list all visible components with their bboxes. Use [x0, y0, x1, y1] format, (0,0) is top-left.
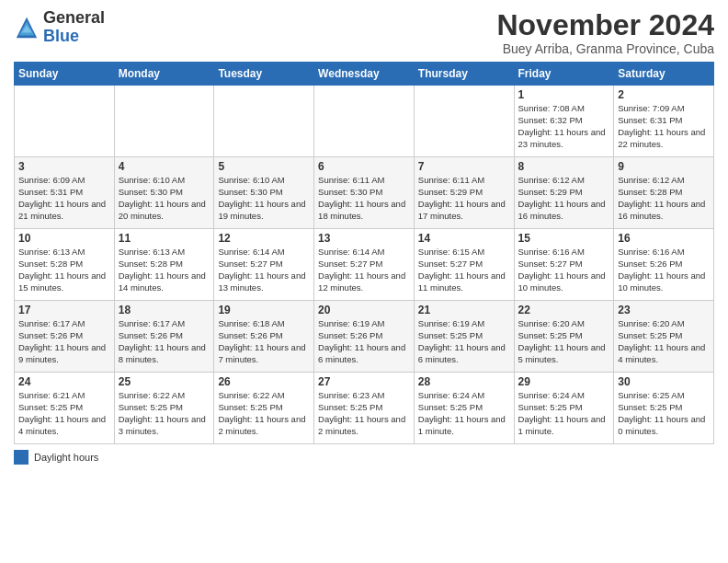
logo-blue: Blue: [43, 27, 79, 45]
day-cell: 10Sunrise: 6:13 AM Sunset: 5:28 PM Dayli…: [15, 229, 115, 301]
day-cell: [214, 86, 314, 157]
day-info: Sunrise: 6:17 AM Sunset: 5:26 PM Dayligh…: [119, 318, 210, 365]
day-cell: 26Sunrise: 6:22 AM Sunset: 5:25 PM Dayli…: [214, 373, 314, 444]
logo: General Blue: [14, 9, 105, 46]
day-info: Sunrise: 6:19 AM Sunset: 5:26 PM Dayligh…: [318, 318, 410, 365]
header: General Blue November 2024 Buey Arriba, …: [14, 9, 714, 56]
calendar-header: SundayMondayTuesdayWednesdayThursdayFrid…: [15, 63, 714, 86]
title-block: November 2024 Buey Arriba, Granma Provin…: [496, 9, 714, 56]
day-cell: 3Sunrise: 6:09 AM Sunset: 5:31 PM Daylig…: [15, 157, 115, 229]
day-cell: [314, 86, 415, 157]
week-row-1: 1Sunrise: 7:08 AM Sunset: 6:32 PM Daylig…: [15, 86, 714, 157]
day-info: Sunrise: 6:09 AM Sunset: 5:31 PM Dayligh…: [18, 175, 110, 222]
day-cell: 12Sunrise: 6:14 AM Sunset: 5:27 PM Dayli…: [214, 229, 314, 301]
day-info: Sunrise: 6:21 AM Sunset: 5:25 PM Dayligh…: [18, 390, 110, 437]
day-number: 20: [318, 304, 410, 316]
month-title: November 2024: [496, 9, 714, 41]
day-info: Sunrise: 6:24 AM Sunset: 5:25 PM Dayligh…: [418, 390, 510, 437]
col-thursday: Thursday: [414, 63, 514, 86]
day-number: 19: [218, 304, 310, 316]
calendar-table: SundayMondayTuesdayWednesdayThursdayFrid…: [14, 62, 714, 444]
day-info: Sunrise: 6:25 AM Sunset: 5:25 PM Dayligh…: [618, 390, 710, 437]
day-number: 30: [618, 375, 710, 388]
day-cell: 29Sunrise: 6:24 AM Sunset: 5:25 PM Dayli…: [514, 373, 614, 444]
day-cell: 11Sunrise: 6:13 AM Sunset: 5:28 PM Dayli…: [114, 229, 214, 301]
day-number: 14: [418, 232, 510, 245]
col-tuesday: Tuesday: [214, 63, 314, 86]
day-number: 25: [119, 375, 210, 388]
day-cell: 30Sunrise: 6:25 AM Sunset: 5:25 PM Dayli…: [614, 373, 714, 444]
day-info: Sunrise: 6:14 AM Sunset: 5:27 PM Dayligh…: [318, 247, 410, 293]
day-info: Sunrise: 6:22 AM Sunset: 5:25 PM Dayligh…: [218, 390, 310, 437]
day-cell: 4Sunrise: 6:10 AM Sunset: 5:30 PM Daylig…: [114, 157, 214, 229]
day-info: Sunrise: 6:23 AM Sunset: 5:25 PM Dayligh…: [318, 390, 410, 437]
col-sunday: Sunday: [15, 63, 115, 86]
daylight-label: Daylight hours: [34, 452, 98, 463]
day-info: Sunrise: 6:20 AM Sunset: 5:25 PM Dayligh…: [618, 318, 710, 365]
day-number: 1: [518, 88, 610, 101]
day-cell: 15Sunrise: 6:16 AM Sunset: 5:27 PM Dayli…: [514, 229, 614, 301]
day-number: 21: [418, 304, 510, 316]
day-number: 3: [18, 160, 110, 173]
header-row: SundayMondayTuesdayWednesdayThursdayFrid…: [15, 63, 714, 86]
day-info: Sunrise: 6:11 AM Sunset: 5:29 PM Dayligh…: [418, 175, 510, 222]
day-number: 5: [218, 160, 310, 173]
day-cell: 1Sunrise: 7:08 AM Sunset: 6:32 PM Daylig…: [514, 86, 614, 157]
day-cell: [114, 86, 214, 157]
day-number: 29: [518, 375, 610, 388]
day-cell: 13Sunrise: 6:14 AM Sunset: 5:27 PM Dayli…: [314, 229, 415, 301]
day-cell: 2Sunrise: 7:09 AM Sunset: 6:31 PM Daylig…: [614, 86, 714, 157]
day-cell: 24Sunrise: 6:21 AM Sunset: 5:25 PM Dayli…: [15, 373, 115, 444]
day-info: Sunrise: 6:12 AM Sunset: 5:29 PM Dayligh…: [518, 175, 610, 222]
col-wednesday: Wednesday: [314, 63, 415, 86]
day-cell: 21Sunrise: 6:19 AM Sunset: 5:25 PM Dayli…: [414, 301, 514, 373]
logo-text: General Blue: [43, 9, 105, 46]
day-cell: 16Sunrise: 6:16 AM Sunset: 5:26 PM Dayli…: [614, 229, 714, 301]
day-info: Sunrise: 6:20 AM Sunset: 5:25 PM Dayligh…: [518, 318, 610, 365]
day-number: 27: [318, 375, 410, 388]
day-cell: 18Sunrise: 6:17 AM Sunset: 5:26 PM Dayli…: [114, 301, 214, 373]
day-number: 9: [618, 160, 710, 173]
day-info: Sunrise: 6:16 AM Sunset: 5:27 PM Dayligh…: [518, 247, 610, 293]
col-monday: Monday: [114, 63, 214, 86]
day-cell: [15, 86, 115, 157]
day-cell: 23Sunrise: 6:20 AM Sunset: 5:25 PM Dayli…: [614, 301, 714, 373]
col-friday: Friday: [514, 63, 614, 86]
subtitle: Buey Arriba, Granma Province, Cuba: [496, 41, 714, 56]
day-number: 16: [618, 232, 710, 245]
col-saturday: Saturday: [614, 63, 714, 86]
calendar-body: 1Sunrise: 7:08 AM Sunset: 6:32 PM Daylig…: [15, 86, 714, 444]
footer: Daylight hours: [14, 450, 714, 465]
day-cell: 8Sunrise: 6:12 AM Sunset: 5:29 PM Daylig…: [514, 157, 614, 229]
logo-general: General: [43, 8, 105, 27]
day-cell: 27Sunrise: 6:23 AM Sunset: 5:25 PM Dayli…: [314, 373, 415, 444]
day-number: 23: [618, 304, 710, 316]
day-cell: 25Sunrise: 6:22 AM Sunset: 5:25 PM Dayli…: [114, 373, 214, 444]
logo-icon: [14, 15, 40, 40]
day-cell: 22Sunrise: 6:20 AM Sunset: 5:25 PM Dayli…: [514, 301, 614, 373]
day-cell: 9Sunrise: 6:12 AM Sunset: 5:28 PM Daylig…: [614, 157, 714, 229]
day-info: Sunrise: 6:13 AM Sunset: 5:28 PM Dayligh…: [119, 247, 210, 293]
day-cell: 28Sunrise: 6:24 AM Sunset: 5:25 PM Dayli…: [414, 373, 514, 444]
day-cell: 6Sunrise: 6:11 AM Sunset: 5:30 PM Daylig…: [314, 157, 415, 229]
day-info: Sunrise: 6:17 AM Sunset: 5:26 PM Dayligh…: [18, 318, 110, 365]
day-info: Sunrise: 6:22 AM Sunset: 5:25 PM Dayligh…: [119, 390, 210, 437]
day-info: Sunrise: 6:19 AM Sunset: 5:25 PM Dayligh…: [418, 318, 510, 365]
day-number: 11: [119, 232, 210, 245]
day-cell: 19Sunrise: 6:18 AM Sunset: 5:26 PM Dayli…: [214, 301, 314, 373]
day-number: 4: [119, 160, 210, 173]
day-number: 17: [18, 304, 110, 316]
day-info: Sunrise: 7:09 AM Sunset: 6:31 PM Dayligh…: [618, 103, 710, 150]
day-number: 18: [119, 304, 210, 316]
day-number: 13: [318, 232, 410, 245]
day-number: 10: [18, 232, 110, 245]
day-cell: 17Sunrise: 6:17 AM Sunset: 5:26 PM Dayli…: [15, 301, 115, 373]
week-row-3: 10Sunrise: 6:13 AM Sunset: 5:28 PM Dayli…: [15, 229, 714, 301]
day-info: Sunrise: 7:08 AM Sunset: 6:32 PM Dayligh…: [518, 103, 610, 150]
day-info: Sunrise: 6:16 AM Sunset: 5:26 PM Dayligh…: [618, 247, 710, 293]
day-info: Sunrise: 6:15 AM Sunset: 5:27 PM Dayligh…: [418, 247, 510, 293]
week-row-4: 17Sunrise: 6:17 AM Sunset: 5:26 PM Dayli…: [15, 301, 714, 373]
day-number: 2: [618, 88, 710, 101]
day-number: 26: [218, 375, 310, 388]
day-cell: [414, 86, 514, 157]
